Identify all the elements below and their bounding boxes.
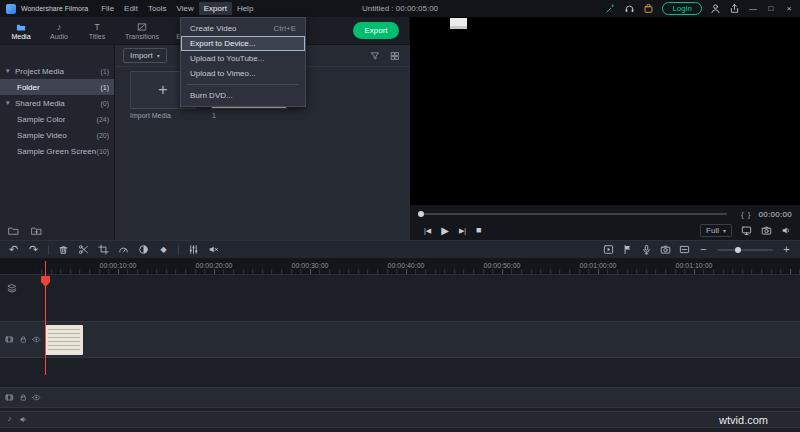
sidebar-item-label: Sample Color [17,115,65,124]
add-folder-icon[interactable] [31,225,42,236]
video-track-icon [5,393,14,402]
delete-icon[interactable] [58,244,69,255]
crop-icon[interactable] [98,244,109,255]
tab-media[interactable]: Media [2,22,40,40]
ruler-label: 00:00:40:00 [388,262,425,269]
menu-tools[interactable]: Tools [143,2,172,15]
maximize-icon[interactable]: □ [766,4,776,13]
sidebar-item-sample-green-screen[interactable]: Sample Green Screen (10) [0,143,114,159]
caret-down-icon[interactable]: ▾ [6,67,15,75]
menu-item-create-video[interactable]: Create Video Ctrl+E [181,21,305,36]
sidebar-item-count: (1) [100,68,109,75]
sidebar-item-sample-color[interactable]: Sample Color (24) [0,111,114,127]
eye-icon[interactable] [32,335,41,344]
manage-tracks-icon[interactable] [7,283,17,293]
avatar-icon[interactable] [710,3,721,14]
lock-icon[interactable] [19,393,28,402]
zoom-slider-handle[interactable] [735,247,741,253]
speed-icon[interactable] [118,244,129,255]
mark-out-icon[interactable]: } [746,210,753,219]
redo-icon[interactable]: ↷ [28,244,39,255]
zoom-slider[interactable] [717,249,773,251]
playhead[interactable] [45,261,46,375]
snapshot-icon[interactable] [761,225,772,236]
undo-icon[interactable]: ↶ [8,244,19,255]
lock-icon[interactable] [19,335,28,344]
menu-item-export-to-device[interactable]: Export to Device... [181,36,305,51]
split-icon[interactable] [78,244,89,255]
zoom-in-icon[interactable]: + [781,244,792,255]
magic-wand-icon[interactable] [605,3,616,14]
menu-item-upload-to-vimeo[interactable]: Upload to Vimeo... [181,66,305,81]
login-button[interactable]: Login [662,2,702,15]
menu-item-upload-to-youtube[interactable]: Upload to YouTube... [181,51,305,66]
speaker-icon[interactable] [19,415,28,424]
timeline-ruler[interactable]: 00:00:10:00 00:00:20:00 00:00:30:00 00:0… [0,259,800,275]
previous-frame-button[interactable]: |◀ [424,227,431,234]
tab-audio[interactable]: ♪ Audio [40,22,78,40]
preview-options: Full ▾ [700,224,792,237]
zoom-out-icon[interactable]: − [698,244,709,255]
tab-label: Titles [89,33,105,40]
timeline-clip[interactable] [45,325,83,355]
sidebar-item-shared-media[interactable]: ▾ Shared Media (0) [0,95,114,111]
keyframe-icon[interactable]: ◆ [158,244,169,255]
sidebar-item-count: (24) [97,116,109,123]
playhead-handle[interactable] [41,276,50,287]
menu-file[interactable]: File [96,2,119,15]
tab-titles[interactable]: T Titles [78,22,116,40]
video-track-1[interactable] [0,321,800,358]
sidebar-item-project-media[interactable]: ▾ Project Media (1) [0,63,114,79]
voiceover-icon[interactable] [641,244,652,255]
menu-view[interactable]: View [172,2,199,15]
timeline: 00:00:10:00 00:00:20:00 00:00:30:00 00:0… [0,259,800,432]
fullscreen-icon[interactable] [741,225,752,236]
sidebar-item-count: (0) [100,100,109,107]
render-preview-icon[interactable] [603,244,614,255]
stop-button[interactable]: ■ [476,226,481,235]
volume-icon[interactable] [781,225,792,236]
folder-icon[interactable] [8,225,19,236]
watermark: wtvid.com [719,414,768,426]
play-button[interactable]: ▶ [441,226,449,236]
minimize-icon[interactable]: — [748,4,758,13]
sidebar-item-label: Sample Green Screen [17,147,96,156]
import-dropdown-button[interactable]: Import ▾ [123,48,167,63]
mute-icon[interactable] [208,244,219,255]
seek-bar[interactable] [418,213,727,215]
export-button[interactable]: Export [353,22,399,39]
tab-transitions[interactable]: Transitions [116,22,168,40]
color-correction-icon[interactable] [138,244,149,255]
audio-mixer-icon[interactable] [188,244,199,255]
filter-icon[interactable] [370,51,380,61]
share-icon[interactable] [729,3,740,14]
mark-in-icon[interactable]: { [739,210,746,219]
menu-export[interactable]: Export [199,2,232,15]
eye-icon[interactable] [32,393,41,402]
audio-track-1[interactable]: ♪ [0,411,800,428]
menu-item-burn-dvd[interactable]: Burn DVD... [181,88,305,103]
seek-row: { } 00:00:00 [410,208,800,220]
grid-view-icon[interactable] [390,51,400,61]
snapshot-icon[interactable] [660,244,671,255]
close-icon[interactable]: × [784,4,794,13]
seek-handle[interactable] [418,211,424,217]
import-label: Import [130,51,153,60]
tab-label: Audio [50,33,68,40]
shopping-bag-icon[interactable] [643,3,654,14]
project-title: Untitled : 00:00:05:00 [362,4,438,13]
next-frame-button[interactable]: ▶| [459,227,466,234]
menu-edit[interactable]: Edit [119,2,143,15]
sidebar-item-sample-video[interactable]: Sample Video (20) [0,127,114,143]
filmora-logo-icon [6,4,16,14]
caret-down-icon[interactable]: ▾ [6,99,15,107]
menubar-right: Login — □ × [605,2,794,15]
sidebar-item-folder[interactable]: Folder (1) [0,79,114,95]
menu-help[interactable]: Help [232,2,258,15]
display-size-dropdown[interactable]: Full ▾ [700,224,732,237]
ruler-label: 00:00:10:00 [100,262,137,269]
video-track-2[interactable] [0,387,800,408]
zoom-fit-icon[interactable] [679,244,690,255]
marker-icon[interactable] [622,244,633,255]
headset-icon[interactable] [624,3,635,14]
